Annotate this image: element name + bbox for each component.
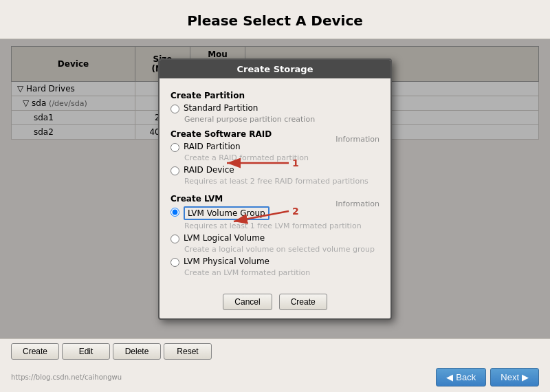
modal-overlay: Create Storage Create Partition Standard… — [0, 39, 550, 338]
create-storage-dialog: Create Storage Create Partition Standard… — [158, 58, 392, 320]
toolbar-reset-button[interactable]: Reset — [164, 343, 212, 360]
radio-standard-partition-desc: General purpose partition creation — [184, 115, 380, 124]
section-lvm-info: Information — [336, 199, 380, 208]
radio-lvm-logical-volume-input[interactable] — [170, 235, 179, 243]
nav-buttons: ◀ Back Next ▶ — [436, 368, 539, 386]
radio-lvm-logical-volume-desc: Create a logical volume on selected volu… — [184, 245, 380, 254]
radio-lvm-physical-volume-desc: Create an LVM formated partition — [184, 268, 380, 277]
radio-lvm-physical-volume[interactable]: LVM Physical Volume — [170, 257, 380, 267]
section-partition-heading: Create Partition — [170, 91, 380, 100]
section-lvm: Information Create LVM LVM Volume Group … — [170, 194, 380, 280]
next-button[interactable]: Next ▶ — [490, 368, 539, 386]
radio-raid-partition-input[interactable] — [170, 143, 179, 152]
radio-raid-partition-label: RAID Partition — [184, 142, 241, 151]
modal-footer: Cancel Create — [160, 287, 390, 318]
radio-raid-device-label: RAID Device — [184, 165, 234, 175]
create-button[interactable]: Create — [279, 294, 327, 310]
toolbar-delete-button[interactable]: Delete — [113, 343, 161, 360]
modal-title: Create Storage — [237, 64, 314, 74]
next-label: Next — [500, 372, 519, 382]
cancel-button[interactable]: Cancel — [223, 294, 272, 310]
radio-raid-device-desc: Requires at least 2 free RAID formated p… — [184, 177, 380, 186]
section-partition: Create Partition Standard Partition Gene… — [170, 91, 380, 124]
radio-lvm-volume-group[interactable]: LVM Volume Group — [170, 206, 336, 220]
back-label: Back — [456, 372, 476, 382]
radio-raid-device-input[interactable] — [170, 166, 179, 175]
radio-lvm-physical-volume-label: LVM Physical Volume — [184, 257, 270, 266]
next-arrow-icon: ▶ — [522, 372, 529, 382]
section-raid-info: Information — [336, 135, 380, 144]
toolbar-edit-button[interactable]: Edit — [62, 343, 110, 360]
section-software-raid: Information Create Software RAID RAID Pa… — [170, 129, 380, 188]
radio-lvm-physical-volume-input[interactable] — [170, 258, 179, 267]
radio-raid-device[interactable]: RAID Device — [170, 165, 380, 175]
radio-raid-partition-desc: Create a RAID formated partition — [184, 153, 380, 162]
watermark-text: https://blog.csdn.net/caihongwu — [11, 373, 122, 381]
radio-lvm-volume-group-input[interactable] — [170, 208, 179, 217]
radio-standard-partition[interactable]: Standard Partition — [170, 103, 380, 113]
main-window: Please Select A Device Device Size(MB) M… — [0, 0, 550, 392]
radio-lvm-volume-group-desc: Requires at least 1 free LVM formated pa… — [184, 221, 380, 230]
back-arrow-icon: ◀ — [446, 372, 453, 382]
toolbar-create-button[interactable]: Create — [11, 343, 59, 360]
radio-lvm-logical-volume-label: LVM Logical Volume — [184, 233, 265, 243]
content-area: Device Size(MB) MountRAID ▽ Hard Drives … — [0, 39, 550, 338]
title-area: Please Select A Device — [0, 0, 550, 39]
radio-standard-partition-label: Standard Partition — [184, 103, 258, 113]
radio-raid-partition[interactable]: RAID Partition — [170, 142, 336, 152]
back-button[interactable]: ◀ Back — [436, 368, 486, 386]
bottom-toolbar: Create Edit Delete Reset — [0, 338, 550, 364]
modal-body: Create Partition Standard Partition Gene… — [160, 78, 390, 287]
radio-lvm-volume-group-label: LVM Volume Group — [184, 206, 270, 220]
radio-standard-partition-input[interactable] — [170, 105, 179, 113]
radio-lvm-logical-volume[interactable]: LVM Logical Volume — [170, 233, 380, 243]
modal-title-bar: Create Storage — [160, 60, 390, 78]
page-title: Please Select A Device — [14, 12, 536, 29]
nav-bar: https://blog.csdn.net/caihongwu ◀ Back N… — [0, 364, 550, 392]
